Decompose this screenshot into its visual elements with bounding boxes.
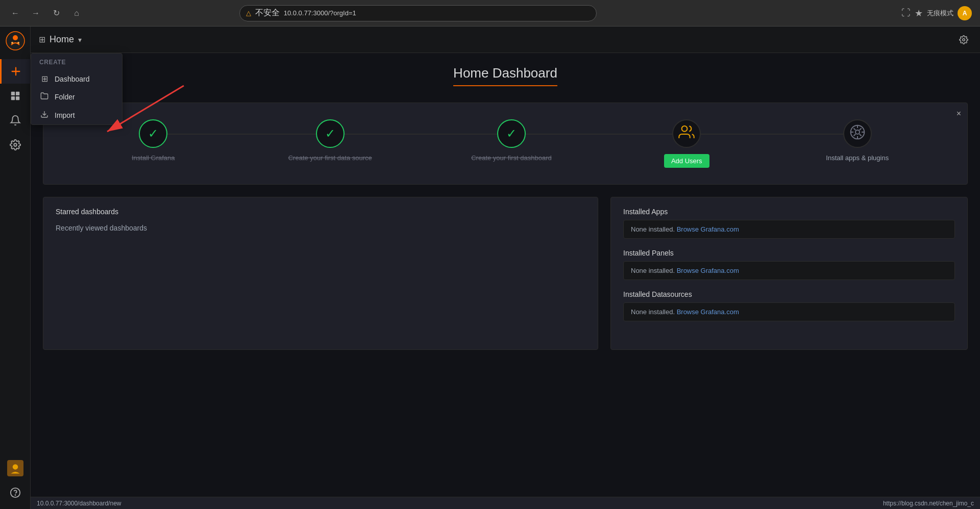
dashboard-menu-icon: ⊞ <box>39 74 50 84</box>
warning-text: 不安全 <box>255 8 280 18</box>
recently-title: Recently viewed dashboards <box>56 224 585 232</box>
step-datasource: ✓ Create your first data source <box>288 119 372 162</box>
lower-section: Starred dashboards Recently viewed dashb… <box>43 197 968 350</box>
status-bar: 10.0.0.77:3000/dashboard/new https://blo… <box>31 497 980 509</box>
installed-datasources-section: Installed Datasources None installed. Br… <box>623 290 955 321</box>
page-title-section: Home Dashboard <box>43 65 968 86</box>
grid-icon: ⊞ <box>39 35 45 44</box>
dropdown-menu-box: Create ⊞ Dashboard Folder Import <box>31 53 122 125</box>
installed-datasources-row: None installed. Browse Grafana.com <box>623 302 955 321</box>
user-avatar[interactable]: A <box>958 6 972 20</box>
installed-panels-row: None installed. Browse Grafana.com <box>623 261 955 280</box>
close-steps-button[interactable]: × <box>957 109 961 118</box>
step-users-circle <box>672 119 701 148</box>
svg-point-16 <box>855 130 860 134</box>
step-first-dashboard: ✓ Create your first dashboard <box>471 119 552 162</box>
grafana-logo[interactable] <box>5 31 26 51</box>
step-dashboard-label: Create your first dashboard <box>471 154 552 162</box>
dropdown-item-dashboard[interactable]: ⊞ Dashboard <box>31 70 122 88</box>
bookmark-icon[interactable]: ★ <box>915 8 923 19</box>
home-title[interactable]: ⊞ Home ▾ <box>39 34 82 45</box>
step-dashboard-check: ✓ <box>506 126 517 141</box>
reload-button[interactable]: ↻ <box>49 6 63 20</box>
sidebar-item-alerts[interactable] <box>0 108 31 133</box>
apps-browse-link[interactable]: Browse Grafana.com <box>677 225 739 233</box>
dropdown-item-folder-label: Folder <box>55 93 75 101</box>
create-dropdown: Create ⊞ Dashboard Folder Import <box>31 53 122 125</box>
dropdown-header: Create <box>31 54 122 70</box>
svg-point-3 <box>17 42 19 44</box>
caret-icon: ▾ <box>78 36 82 44</box>
svg-point-1 <box>13 35 18 40</box>
apps-icon <box>849 124 866 144</box>
sidebar-item-dashboards[interactable] <box>0 84 31 108</box>
svg-rect-6 <box>11 96 14 100</box>
address-text: 10.0.0.77:3000/?orgId=1 <box>284 9 356 17</box>
svg-rect-4 <box>11 92 14 95</box>
sidebar-item-configuration[interactable] <box>0 133 31 157</box>
address-bar[interactable]: △ 不安全 10.0.0.77:3000/?orgId=1 <box>239 5 597 21</box>
sidebar-item-help[interactable] <box>0 480 31 505</box>
security-warning-icon: △ <box>246 9 251 17</box>
header-left: ⊞ Home ▾ <box>39 34 82 45</box>
user-avatar-sidebar[interactable] <box>7 460 23 476</box>
svg-point-13 <box>963 38 965 41</box>
sidebar <box>0 27 31 509</box>
forward-button[interactable]: → <box>29 6 43 20</box>
getting-started-steps: × ✓ Install Grafana ✓ Create y <box>43 103 968 185</box>
app-container: ⊞ Home ▾ Home Dashboard × <box>0 27 980 509</box>
svg-rect-7 <box>15 96 19 100</box>
datasources-none-text: None installed. <box>631 308 675 316</box>
step-apps-label: Install apps & plugins <box>826 154 889 162</box>
sidebar-item-create[interactable] <box>0 59 31 84</box>
incognito-label: 无痕模式 <box>927 9 953 18</box>
home-nav-button[interactable]: ⌂ <box>69 6 84 20</box>
step-dashboard-circle: ✓ <box>497 119 526 148</box>
installed-panels-section: Installed Panels None installed. Browse … <box>623 249 955 280</box>
external-link: https://blog.csdn.net/chen_jimo_c <box>883 500 974 507</box>
step-install-label: Install Grafana <box>132 154 175 162</box>
dropdown-item-dashboard-label: Dashboard <box>55 75 90 83</box>
page-content: Home Dashboard × ✓ Install Grafana <box>31 53 980 497</box>
svg-point-10 <box>12 464 18 470</box>
folder-menu-icon <box>39 92 50 102</box>
page-settings-button[interactable] <box>955 32 972 48</box>
dropdown-item-folder[interactable]: Folder <box>31 88 122 106</box>
svg-point-0 <box>6 32 24 50</box>
browser-actions: ⛶ ★ 无痕模式 A <box>901 6 972 20</box>
svg-point-14 <box>682 126 688 132</box>
page-title: Home Dashboard <box>453 65 557 86</box>
panels-browse-link[interactable]: Browse Grafana.com <box>677 267 739 274</box>
translate-icon[interactable]: ⛶ <box>901 8 911 18</box>
apps-none-text: None installed. <box>631 225 675 233</box>
steps-track: ✓ Install Grafana ✓ Create your first da… <box>68 119 943 168</box>
header-right <box>955 32 972 48</box>
step-datasource-check: ✓ <box>325 126 335 141</box>
installed-apps-title: Installed Apps <box>623 208 955 216</box>
users-icon <box>678 124 695 144</box>
svg-point-8 <box>14 143 17 146</box>
installed-apps-row: None installed. Browse Grafana.com <box>623 220 955 239</box>
step-install-circle: ✓ <box>139 119 167 148</box>
dropdown-item-import-label: Import <box>55 111 75 119</box>
add-users-button[interactable]: Add Users <box>664 154 709 168</box>
status-url: 10.0.0.77:3000/dashboard/new <box>37 500 121 507</box>
installed-apps-section: Installed Apps None installed. Browse Gr… <box>623 208 955 239</box>
installed-datasources-title: Installed Datasources <box>623 290 955 298</box>
step-apps-circle <box>843 119 872 148</box>
app-header: ⊞ Home ▾ <box>31 27 980 53</box>
panels-none-text: None installed. <box>631 267 675 274</box>
back-button[interactable]: ← <box>8 6 22 20</box>
installed-panel: Installed Apps None installed. Browse Gr… <box>610 197 968 350</box>
datasources-browse-link[interactable]: Browse Grafana.com <box>677 308 739 316</box>
home-label: Home <box>50 34 74 45</box>
installed-panels-title: Installed Panels <box>623 249 955 257</box>
browser-bar: ← → ↻ ⌂ △ 不安全 10.0.0.77:3000/?orgId=1 ⛶ … <box>0 0 980 27</box>
dropdown-item-import[interactable]: Import <box>31 106 122 124</box>
step-install-check: ✓ <box>148 126 158 141</box>
step-datasource-circle: ✓ <box>316 119 345 148</box>
svg-point-2 <box>11 42 13 44</box>
step-install: ✓ Install Grafana <box>117 119 189 162</box>
sidebar-bottom <box>0 460 31 505</box>
step-datasource-label: Create your first data source <box>288 154 372 162</box>
